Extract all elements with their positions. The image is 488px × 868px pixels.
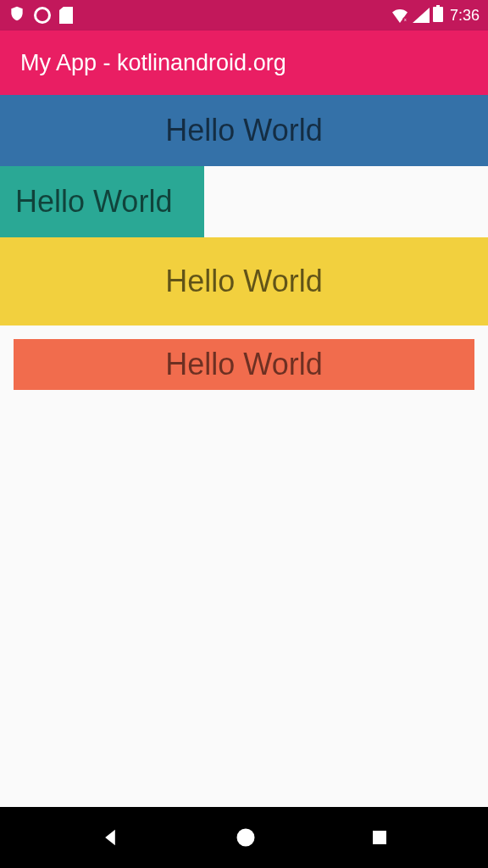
text-label: Hello World bbox=[165, 347, 322, 382]
app-bar: My App - kotlinandroid.org bbox=[0, 31, 488, 95]
recent-button[interactable] bbox=[369, 827, 390, 848]
home-button[interactable] bbox=[234, 826, 258, 849]
battery-icon bbox=[433, 5, 443, 25]
svg-rect-3 bbox=[436, 5, 440, 7]
svg-rect-5 bbox=[373, 831, 386, 844]
text-label: Hello World bbox=[165, 113, 322, 148]
text-row-1: Hello World bbox=[0, 95, 488, 166]
svg-text:x: x bbox=[404, 17, 407, 22]
content-area: Hello World Hello World Hello World Hell… bbox=[0, 95, 488, 807]
row4-wrapper: Hello World bbox=[0, 326, 488, 403]
status-left bbox=[8, 5, 73, 25]
shield-icon bbox=[8, 5, 25, 25]
signal-icon bbox=[413, 8, 430, 23]
svg-rect-2 bbox=[433, 7, 443, 22]
back-button[interactable] bbox=[98, 826, 122, 849]
status-right: x 7:36 bbox=[391, 5, 480, 25]
status-time: 7:36 bbox=[450, 7, 480, 25]
sd-card-icon bbox=[59, 7, 73, 24]
navigation-bar bbox=[0, 807, 488, 868]
text-label: Hello World bbox=[15, 184, 172, 220]
text-row-4: Hello World bbox=[14, 339, 474, 390]
status-bar: x 7:36 bbox=[0, 0, 488, 31]
wifi-icon: x bbox=[391, 8, 409, 23]
text-row-2: Hello World bbox=[0, 166, 204, 237]
text-row-3: Hello World bbox=[0, 237, 488, 326]
app-title: My App - kotlinandroid.org bbox=[20, 50, 286, 76]
svg-point-4 bbox=[237, 829, 255, 847]
circle-outline-icon bbox=[34, 7, 51, 24]
text-label: Hello World bbox=[165, 264, 322, 299]
